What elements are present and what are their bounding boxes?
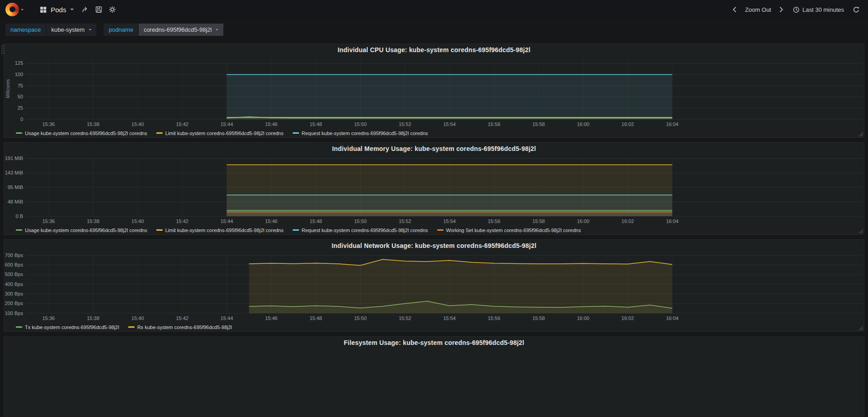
y-tick-label: 125	[15, 60, 23, 66]
grafana-logo-icon	[5, 3, 19, 16]
caret-down-icon	[70, 9, 74, 10]
x-tick-label: 15:42	[176, 315, 188, 321]
x-tick-label: 15:36	[42, 315, 55, 321]
legend-item[interactable]: Rx kube-system coredns-695f96dcd5-98j2l	[128, 325, 232, 330]
y-tick-label: 143 MiB	[5, 170, 23, 175]
variable-namespace-value-dropdown[interactable]: kube-system	[46, 24, 96, 36]
panel-title-cpu[interactable]: Individual CPU Usage: kube-system coredn…	[4, 44, 864, 55]
zoom-out-left-button[interactable]	[728, 4, 741, 15]
x-tick-label: 15:44	[221, 218, 233, 224]
legend-series-label: Limit kube-system coredns-695f96dcd5-98j…	[165, 228, 284, 233]
memory-usage-chart[interactable]: 0 B48 MiB95 MiB143 MiB191 MiB15:3615:381…	[5, 154, 863, 226]
x-tick-label: 15:56	[488, 315, 501, 321]
grafana-menu-button[interactable]	[5, 3, 24, 16]
x-tick-label: 15:48	[309, 218, 322, 224]
legend-item[interactable]: Working Set kube-system coredns-695f96dc…	[437, 228, 581, 233]
y-tick-label: 75	[18, 83, 23, 88]
x-tick-label: 15:36	[42, 121, 55, 127]
x-tick-label: 15:56	[488, 218, 501, 224]
panel-cpu-usage: Individual CPU Usage: kube-system coredn…	[4, 44, 864, 138]
zoom-out-button[interactable]: Zoom Out	[743, 6, 773, 13]
settings-button[interactable]	[106, 3, 119, 16]
dashboard-title: Pods	[51, 6, 66, 14]
legend-series-color-dash	[16, 132, 22, 134]
legend-item[interactable]: Usage kube-system coredns-695f96dcd5-98j…	[16, 131, 147, 136]
time-range-picker[interactable]: Last 30 minutes	[789, 5, 848, 15]
x-tick-label: 15:58	[532, 315, 545, 321]
variable-namespace: namespace kube-system	[5, 24, 96, 36]
x-tick-label: 15:52	[399, 121, 411, 127]
y-tick-label: 191 MiB	[5, 155, 23, 161]
x-tick-label: 15:58	[532, 121, 545, 127]
x-tick-label: 15:38	[87, 218, 100, 224]
y-tick-label: 0 B	[15, 213, 23, 219]
dashboard-grid-icon	[40, 6, 47, 13]
caret-down-icon	[21, 9, 24, 10]
panel-memory-usage: Individual Memory Usage: kube-system cor…	[4, 142, 864, 235]
x-tick-label: 15:38	[87, 315, 100, 321]
legend-series-label: Usage kube-system coredns-695f96dcd5-98j…	[25, 228, 147, 233]
variable-submenu: namespace kube-system podname coredns-69…	[0, 19, 868, 40]
legend-series-label: Request kube-system coredns-695f96dcd5-9…	[302, 131, 428, 136]
x-tick-label: 15:40	[131, 121, 144, 127]
panel-filesystem-usage: Filesystem Usage: kube-system coredns-69…	[4, 336, 864, 417]
x-tick-label: 15:38	[87, 121, 100, 127]
time-controls: Zoom Out Last 30 minutes	[728, 4, 863, 16]
filesystem-chart-area	[4, 348, 864, 416]
zoom-out-right-button[interactable]	[775, 4, 787, 15]
panel-title-network[interactable]: Individual Network Usage: kube-system co…	[4, 240, 864, 251]
variable-podname: podname coredns-695f96dcd5-98j2l	[104, 24, 224, 36]
x-tick-label: 15:52	[399, 315, 411, 321]
x-tick-label: 16:00	[577, 121, 589, 127]
network-chart-legend: Tx kube-system coredns-695f96dcd5-98j2lR…	[4, 323, 864, 331]
legend-item[interactable]: Request kube-system coredns-695f96dcd5-9…	[293, 228, 428, 233]
x-tick-label: 15:56	[488, 121, 501, 127]
legend-series-color-dash	[293, 229, 299, 231]
y-tick-label: 700 Bps	[5, 252, 24, 258]
legend-item[interactable]: Limit kube-system coredns-695f96dcd5-98j…	[156, 131, 284, 136]
x-tick-label: 15:42	[176, 121, 188, 127]
x-tick-label: 15:54	[443, 121, 456, 127]
legend-series-label: Tx kube-system coredns-695f96dcd5-98j2l	[25, 325, 119, 330]
y-tick-label: 48 MiB	[8, 199, 23, 204]
x-tick-label: 15:40	[131, 315, 144, 321]
legend-series-color-dash	[293, 132, 299, 134]
legend-item[interactable]: Limit kube-system coredns-695f96dcd5-98j…	[156, 228, 284, 233]
y-tick-label: 400 Bps	[5, 281, 24, 287]
caret-down-icon	[89, 29, 92, 30]
refresh-icon	[853, 6, 859, 13]
variable-podname-value-dropdown[interactable]: coredns-695f96dcd5-98j2l	[139, 24, 223, 36]
share-icon	[82, 6, 89, 13]
legend-series-color-dash	[16, 229, 22, 231]
x-tick-label: 16:00	[577, 218, 589, 224]
y-tick-label: 95 MiB	[8, 184, 23, 190]
save-button[interactable]	[92, 3, 106, 16]
variable-namespace-label: namespace	[5, 24, 46, 36]
share-button[interactable]	[78, 3, 92, 16]
legend-series-color-dash	[156, 132, 163, 134]
dashboard-picker[interactable]: Pods	[35, 3, 78, 16]
legend-series-label: Working Set kube-system coredns-695f96dc…	[446, 228, 581, 233]
legend-item[interactable]: Usage kube-system coredns-695f96dcd5-98j…	[16, 228, 147, 233]
x-tick-label: 15:48	[309, 315, 322, 321]
chevron-left-icon	[732, 6, 738, 13]
time-range-label: Last 30 minutes	[802, 6, 844, 13]
series-fill-rx	[249, 259, 672, 313]
legend-item[interactable]: Tx kube-system coredns-695f96dcd5-98j2l	[16, 325, 119, 330]
x-tick-label: 16:02	[622, 121, 634, 127]
y-tick-label: 25	[18, 105, 23, 111]
panel-title-memory[interactable]: Individual Memory Usage: kube-system cor…	[4, 143, 864, 154]
row-drag-handle[interactable]	[1, 44, 5, 55]
panel-title-filesystem[interactable]: Filesystem Usage: kube-system coredns-69…	[4, 337, 864, 348]
legend-series-color-dash	[16, 326, 22, 328]
legend-item[interactable]: Request kube-system coredns-695f96dcd5-9…	[293, 131, 428, 136]
y-tick-label: 600 Bps	[5, 262, 24, 267]
network-usage-chart[interactable]: 100 Bps200 Bps300 Bps400 Bps500 Bps600 B…	[5, 251, 863, 323]
series-fill-working-set	[227, 212, 672, 216]
x-tick-label: 15:36	[42, 218, 55, 224]
cpu-usage-chart[interactable]: 025507510012515:3615:3815:4015:4215:4415…	[5, 55, 863, 129]
x-tick-label: 15:50	[354, 218, 367, 224]
variable-namespace-value: kube-system	[51, 26, 85, 33]
refresh-button[interactable]	[849, 4, 863, 16]
memory-chart-legend: Usage kube-system coredns-695f96dcd5-98j…	[4, 226, 864, 234]
